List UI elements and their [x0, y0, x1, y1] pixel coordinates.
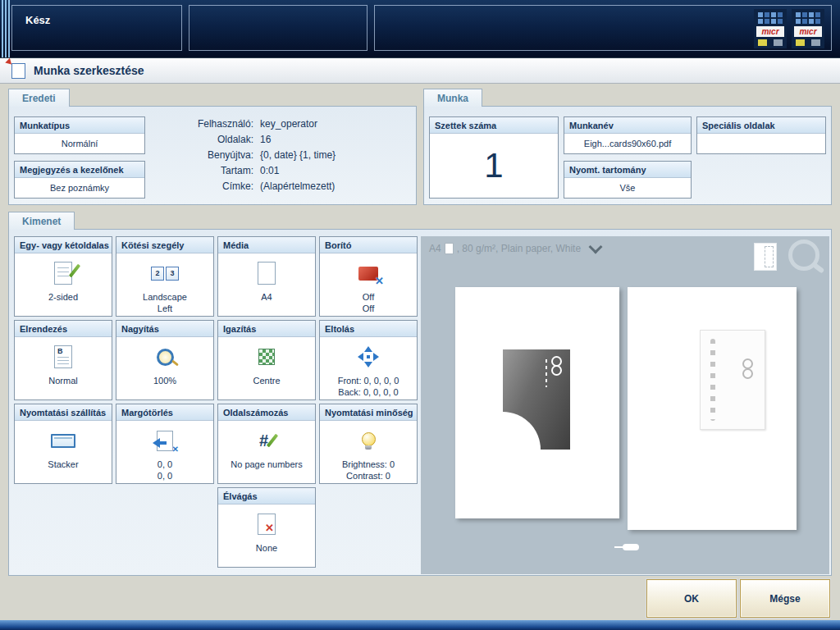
option-label: Média — [218, 237, 315, 253]
micr-logo-text: mıcr — [794, 26, 822, 37]
option-label: Egy- vagy kétoldalas — [15, 237, 112, 253]
status-panel-2 — [189, 5, 368, 51]
preview-page-back — [628, 287, 797, 530]
option-value: 0, 0 — [158, 470, 172, 482]
job-name-button[interactable]: Munkanév Eigh...cards90x60.pdf — [564, 116, 692, 154]
option-cover-button[interactable]: Borító ✕ Off Off — [319, 236, 418, 317]
option-label: Élvágás — [218, 488, 315, 504]
info-row: Címke: (Alapértelmezett) — [132, 179, 408, 194]
option-media-button[interactable]: Média A4 — [217, 236, 316, 317]
job-type-button[interactable]: Munkatípus Normální — [14, 116, 145, 154]
status-panel-3: mıcr mıcr — [374, 5, 832, 51]
job-type-label: Munkatípus — [15, 117, 144, 134]
trim-icon: ✕ — [258, 506, 276, 542]
tab-munka[interactable]: Munka — [423, 89, 482, 107]
option-label: Nyomtatási minőség — [320, 404, 417, 421]
media-page-icon — [258, 255, 276, 291]
job-name-label: Munkanév — [564, 117, 691, 134]
ok-button[interactable]: OK — [646, 579, 737, 618]
option-label: Nyomtatási szállítás — [15, 404, 112, 421]
job-group: Munka Szettek száma 1 Munkanév Eigh...ca… — [423, 89, 832, 205]
micr-logo-text: mıcr — [756, 26, 784, 37]
media-dropdown[interactable]: A4 , 80 g/m², Plain paper, White — [429, 243, 600, 254]
job-name-value: Eigh...cards90x60.pdf — [584, 138, 671, 149]
option-label: Elrendezés — [15, 321, 112, 337]
preview-zoom-icon[interactable] — [788, 240, 819, 271]
sets-count-value: 1 — [484, 148, 503, 183]
letter-glyph: B — [57, 347, 63, 355]
option-delivery-button[interactable]: Nyomtatási szállítás Stacker — [14, 404, 112, 484]
info-row: Oldalak: 16 — [132, 132, 408, 148]
magnifier-icon — [157, 339, 174, 375]
option-two-sided-button[interactable]: Egy- vagy kétoldalas 2-sided — [14, 236, 112, 317]
option-value: Contrast: 0 — [346, 470, 390, 482]
option-value: Off — [363, 303, 374, 314]
cancel-button[interactable]: Mégse — [740, 579, 830, 618]
option-binding-edge-button[interactable]: Kötési szegély 2 3 Landscape Left — [116, 236, 214, 317]
special-pages-label: Speciális oldalak — [697, 117, 825, 134]
option-value: Back: 0, 0, 0, 0 — [338, 386, 398, 398]
tab-eredeti[interactable]: Eredeti — [8, 89, 70, 107]
preview-page-front — [455, 287, 619, 518]
option-page-numbers-button[interactable]: Oldalszámozás # No page numbers — [217, 404, 316, 484]
info-value: key_operator — [260, 116, 408, 132]
option-value: Left — [158, 303, 172, 314]
logo-squares-decoration — [796, 39, 820, 46]
option-zoom-button[interactable]: Nagyítás 100% — [116, 320, 214, 400]
logo-dots-decoration — [758, 12, 783, 24]
business-card-front — [503, 349, 570, 450]
info-label: Benyújtva: — [132, 148, 253, 163]
print-range-button[interactable]: Nyomt. tartomány Vše — [564, 161, 692, 199]
operator-note-button[interactable]: Megjegyzés a kezelőnek Bez poznámky — [14, 161, 145, 199]
top-status-bar: Kész mıcr mıcr — [0, 0, 840, 57]
dialog-title-bar: Munka szerkesztése — [0, 57, 840, 84]
option-value: Landscape — [143, 291, 187, 303]
option-layout-button[interactable]: Elrendezés B Normal — [14, 320, 112, 400]
sets-count-button[interactable]: Szettek száma 1 — [429, 116, 559, 199]
info-row: Felhasználó: key_operator — [132, 116, 408, 132]
option-print-quality-button[interactable]: Nyomtatási minőség Brightness: 0 Contras… — [319, 404, 418, 484]
bottom-accent-bar — [0, 620, 840, 630]
option-alignment-button[interactable]: Igazítás Centre — [217, 320, 316, 400]
info-row: Tartam: 0:01 — [132, 163, 408, 179]
binding-left-page: 2 — [151, 267, 164, 281]
option-trim-button[interactable]: Élvágás ✕ None — [217, 487, 316, 568]
option-offset-button[interactable]: Eltolás Front: 0, 0, 0, 0 Back: 0, 0, 0,… — [319, 320, 418, 400]
dialog-title: Munka szerkesztése — [34, 64, 144, 77]
info-value: 0:01 — [260, 163, 408, 179]
info-row: Benyújtva: {0, date} {1, time} — [132, 148, 408, 163]
option-value: A4 — [261, 291, 272, 303]
media-detail-text: , 80 g/m², Plain paper, White — [457, 243, 581, 254]
info-label: Címke: — [132, 179, 253, 194]
info-label: Tartam: — [132, 163, 253, 179]
output-group-box: Egy- vagy kétoldalas 2-sided Kötési szeg… — [8, 229, 832, 576]
cover-icon: ✕ — [358, 255, 378, 291]
option-value: Off — [363, 291, 374, 303]
original-group: Eredeti Munkatípus Normální Megjegyzés a… — [8, 89, 417, 205]
info-label: Felhasználó: — [132, 116, 253, 132]
margin-erase-icon: ✕ — [157, 422, 173, 459]
option-label: Oldalszámozás — [218, 404, 315, 421]
finisher-plug-icon — [614, 543, 642, 551]
print-range-label: Nyomt. tartomány — [564, 162, 691, 178]
printer-status-text: Kész — [25, 14, 50, 26]
hash-glyph: # — [259, 431, 268, 450]
option-value: Front: 0, 0, 0, 0 — [338, 375, 399, 386]
tab-kimenet[interactable]: Kimenet — [8, 212, 75, 230]
option-label: Eltolás — [320, 321, 417, 337]
binding-right-page: 3 — [166, 267, 179, 281]
operator-note-label: Megjegyzés a kezelőnek — [15, 162, 144, 178]
option-label: Igazítás — [218, 321, 315, 337]
media-size-text: A4 — [429, 243, 441, 254]
logo-squares-decoration — [758, 39, 783, 46]
x-mark-icon: ✕ — [172, 445, 179, 454]
page-view-icon[interactable] — [754, 243, 777, 271]
option-label: Borító — [320, 237, 417, 253]
status-panel: Kész — [11, 5, 182, 51]
option-margin-erase-button[interactable]: Margótörlés ✕ 0, 0 0, 0 — [116, 404, 214, 484]
option-value: Normal — [48, 375, 77, 386]
option-value: Stacker — [48, 459, 78, 470]
option-value: No page numbers — [231, 459, 302, 470]
edit-job-icon — [11, 63, 25, 79]
special-pages-button[interactable]: Speciális oldalak — [696, 116, 826, 154]
